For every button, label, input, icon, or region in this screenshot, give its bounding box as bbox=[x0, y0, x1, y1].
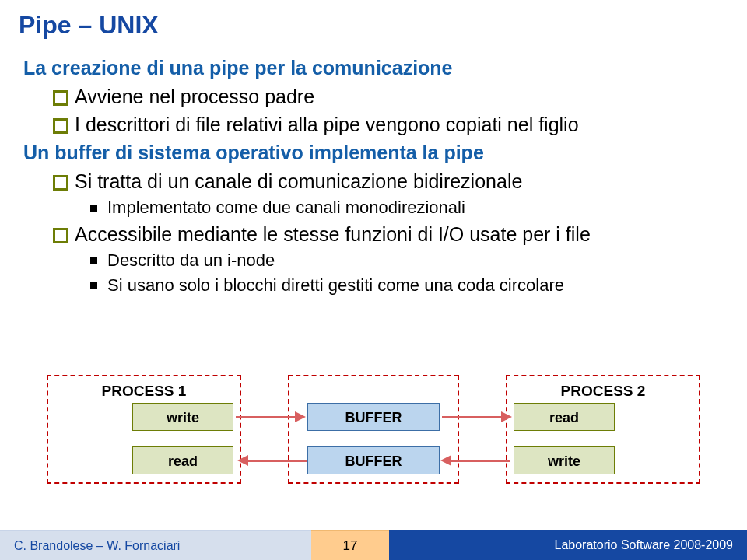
slide-footer: C. Brandolese – W. Fornaciari 17 Laborat… bbox=[0, 530, 747, 560]
heading-2: Un buffer di sistema operativo implement… bbox=[23, 142, 728, 164]
slide-body: La creazione di una pipe per la comunica… bbox=[19, 57, 728, 296]
arrow-icon bbox=[236, 416, 296, 418]
sub-bullet-item: Descritto da un i-node bbox=[90, 250, 728, 271]
process-1-write-box: write bbox=[132, 403, 233, 431]
arrow-icon bbox=[442, 416, 503, 418]
process-1-read-box: read bbox=[132, 446, 233, 474]
arrow-icon bbox=[450, 460, 510, 462]
process-2-label: PROCESS 2 bbox=[507, 383, 699, 400]
arrow-icon bbox=[247, 460, 307, 462]
bullet-item: Accessibile mediante le stesse funzioni … bbox=[53, 222, 728, 247]
bullet-item: Avviene nel processo padre bbox=[53, 84, 728, 109]
footer-authors: C. Brandolese – W. Fornaciari bbox=[0, 530, 311, 560]
footer-course: Laboratorio Software 2008-2009 bbox=[389, 530, 747, 560]
bullet-item: I descrittori di file relativi alla pipe… bbox=[53, 112, 728, 137]
footer-page-number: 17 bbox=[311, 530, 389, 560]
bullet-item: Si tratta di un canale di comunicazione … bbox=[53, 169, 728, 194]
slide: Pipe – UNIX La creazione di una pipe per… bbox=[0, 0, 747, 560]
sub-bullet-item: Implementato come due canali monodirezio… bbox=[90, 197, 728, 219]
process-2-write-box: write bbox=[514, 446, 615, 474]
buffer-1-box: BUFFER bbox=[307, 403, 440, 431]
heading-1: La creazione di una pipe per la comunica… bbox=[23, 57, 728, 79]
slide-title: Pipe – UNIX bbox=[19, 11, 728, 40]
process-2-read-box: read bbox=[514, 403, 615, 431]
process-1-label: PROCESS 1 bbox=[48, 383, 240, 400]
buffer-2-box: BUFFER bbox=[307, 446, 440, 474]
sub-bullet-item: Si usano solo i blocchi diretti gestiti … bbox=[90, 275, 728, 296]
pipe-diagram: PROCESS 1 PROCESS 2 write read BUFFER BU… bbox=[47, 375, 700, 499]
